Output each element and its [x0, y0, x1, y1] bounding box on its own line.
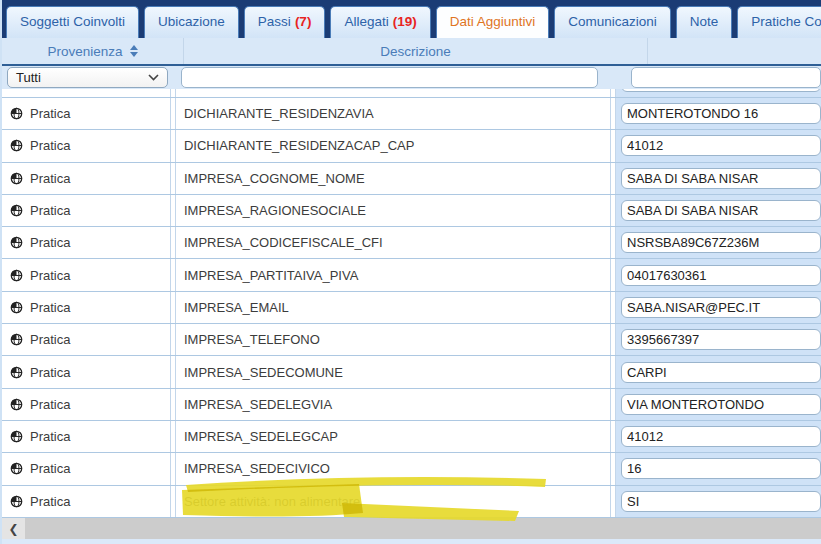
globe-icon: [10, 139, 23, 152]
tab-passi[interactable]: Passi(7): [244, 6, 326, 38]
column-header-provenienza[interactable]: Provenienza: [2, 38, 184, 64]
tab-allegati[interactable]: Allegati(19): [330, 6, 430, 38]
column-header-valore[interactable]: [648, 38, 821, 64]
table-row: Pratica IMPRESA_CODICEFISCALE_CFI: [2, 227, 821, 259]
valore-input[interactable]: [621, 232, 821, 253]
chevron-down-icon: [148, 74, 159, 81]
valore-cell: [615, 163, 821, 194]
tab-label: Allegati: [344, 14, 388, 29]
valore-cell: [615, 356, 821, 387]
table-row: Pratica IMPRESA_SEDECIVICO: [2, 453, 821, 485]
tab-label: Dati Aggiuntivi: [450, 14, 536, 29]
tab-label: Soggetti Coinvolti: [20, 14, 125, 29]
provenienza-label: Pratica: [30, 106, 70, 121]
table-row: Pratica DICHIARANTE_RESIDENZAVIA: [2, 98, 821, 130]
provenienza-label: Pratica: [30, 494, 70, 509]
tab-label: Pratiche Collegate: [751, 14, 821, 29]
scrollbar-thumb[interactable]: [25, 518, 821, 539]
provenienza-cell: Pratica: [2, 292, 171, 323]
descrizione-text: Settore attività: non alimentare: [184, 494, 360, 509]
provenienza-cell: Pratica: [2, 195, 171, 226]
valore-input[interactable]: [621, 458, 821, 479]
globe-icon: [10, 430, 23, 443]
descrizione-cell: IMPRESA_CODICEFISCALE_CFI: [175, 227, 611, 258]
tab-dati-aggiuntivi[interactable]: Dati Aggiuntivi: [436, 6, 550, 38]
valore-input[interactable]: [621, 394, 821, 415]
table-row: Pratica IMPRESA_SEDELEGCAP: [2, 421, 821, 453]
valore-cell: [615, 324, 821, 355]
provenienza-cell: Pratica: [2, 227, 171, 258]
globe-icon: [10, 236, 23, 249]
provenienza-label: Pratica: [30, 268, 70, 283]
valore-input[interactable]: [621, 265, 821, 286]
globe-icon: [10, 172, 23, 185]
descrizione-cell: IMPRESA_SEDELEGCAP: [175, 421, 611, 452]
filter-row: Tutti: [2, 66, 821, 89]
valore-cell: [615, 98, 821, 129]
descrizione-filter-input[interactable]: [181, 67, 598, 88]
valore-input[interactable]: [621, 135, 821, 156]
descrizione-text: IMPRESA_SEDELEGCAP: [184, 429, 338, 444]
tab-bar: Soggetti Coinvolti Ubicazione Passi(7) A…: [2, 0, 821, 38]
globe-icon: [10, 204, 23, 217]
tab-count: (19): [393, 14, 417, 29]
provenienza-filter-select[interactable]: Tutti: [7, 67, 168, 88]
table-row: Pratica Settore attività: non alimentare: [2, 486, 821, 518]
valore-input[interactable]: [621, 168, 821, 189]
descrizione-cell: IMPRESA_SEDECIVICO: [175, 453, 611, 484]
valore-cell: [615, 89, 821, 97]
horizontal-scrollbar[interactable]: ❮: [2, 518, 821, 539]
provenienza-label: Pratica: [30, 332, 70, 347]
dati-aggiuntivi-panel: Soggetti Coinvolti Ubicazione Passi(7) A…: [0, 0, 821, 544]
provenienza-label: Pratica: [30, 397, 70, 412]
tab-label: Comunicazioni: [568, 14, 657, 29]
globe-icon: [10, 301, 23, 314]
table-row: Pratica IMPRESA_PARTITAIVA_PIVA: [2, 259, 821, 291]
sort-icon[interactable]: [130, 45, 138, 57]
descrizione-text: IMPRESA_COGNOME_NOME: [184, 171, 365, 186]
globe-icon: [10, 495, 23, 508]
provenienza-label: Pratica: [30, 235, 70, 250]
valore-cell: [615, 227, 821, 258]
descrizione-header-label: Descrizione: [380, 44, 451, 59]
provenienza-label: Pratica: [30, 203, 70, 218]
valore-input[interactable]: [621, 200, 821, 221]
descrizione-cell: IMPRESA_PARTITAIVA_PIVA: [175, 259, 611, 290]
scroll-left-arrow-icon[interactable]: ❮: [2, 518, 25, 539]
descrizione-cell: DICHIARANTE_RESIDENZACAP_CAP: [175, 130, 611, 161]
valore-input[interactable]: [621, 103, 821, 124]
tab-ubicazione[interactable]: Ubicazione: [144, 6, 239, 38]
sort-asc-icon: [130, 45, 138, 50]
valore-input[interactable]: [621, 89, 821, 92]
valore-input[interactable]: [621, 426, 821, 447]
provenienza-label: Pratica: [30, 429, 70, 444]
descrizione-cell: IMPRESA_COGNOME_NOME: [175, 163, 611, 194]
descrizione-cell: DICHIARANTE_RESIDENZACOMUNE: [175, 89, 611, 97]
tab-note[interactable]: Note: [676, 6, 733, 38]
provenienza-label: Pratica: [30, 138, 70, 153]
valore-filter-input[interactable]: [631, 67, 821, 88]
provenienza-header-label: Provenienza: [47, 44, 122, 59]
valore-cell: [615, 130, 821, 161]
descrizione-cell: IMPRESA_SEDECOMUNE: [175, 356, 611, 387]
valore-cell: [615, 486, 821, 517]
valore-input[interactable]: [621, 491, 821, 512]
tab-pratiche-collegate[interactable]: Pratiche Collegate: [737, 6, 821, 38]
provenienza-cell: Pratica: [2, 163, 171, 194]
table-header: Provenienza Descrizione: [2, 38, 821, 66]
column-header-descrizione[interactable]: Descrizione: [184, 38, 648, 64]
descrizione-text: IMPRESA_SEDECOMUNE: [184, 365, 343, 380]
provenienza-cell: Pratica: [2, 98, 171, 129]
tab-label: Note: [690, 14, 719, 29]
tab-label: Passi: [258, 14, 291, 29]
tab-comunicazioni[interactable]: Comunicazioni: [554, 6, 671, 38]
provenienza-cell: Pratica: [2, 130, 171, 161]
globe-icon: [10, 398, 23, 411]
descrizione-cell: IMPRESA_EMAIL: [175, 292, 611, 323]
valore-input[interactable]: [621, 329, 821, 350]
tab-soggetti-coinvolti[interactable]: Soggetti Coinvolti: [6, 6, 139, 38]
descrizione-text: IMPRESA_TELEFONO: [184, 332, 320, 347]
descrizione-text: IMPRESA_SEDELEGVIA: [184, 397, 332, 412]
valore-input[interactable]: [621, 297, 821, 318]
valore-input[interactable]: [621, 362, 821, 383]
